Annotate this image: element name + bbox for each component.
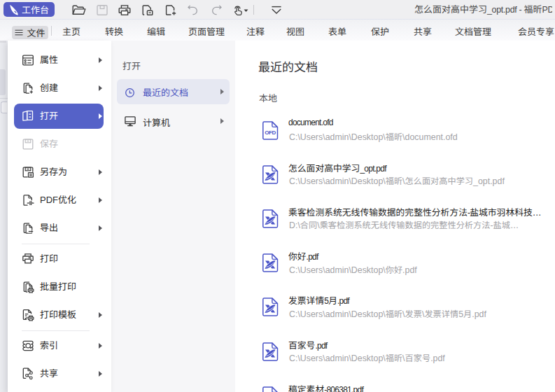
svg-text:OFD: OFD <box>265 130 276 136</box>
